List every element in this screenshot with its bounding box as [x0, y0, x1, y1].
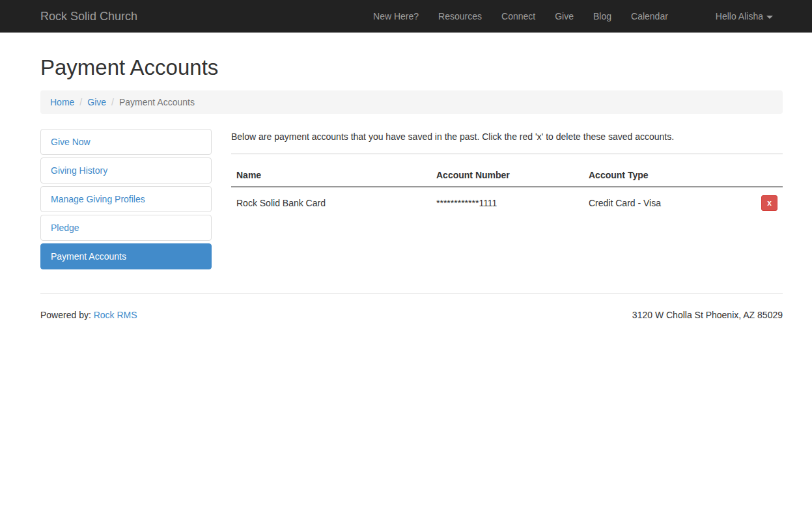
column-header-account-type: Account Type — [583, 164, 742, 187]
sidebar-item-give-now[interactable]: Give Now — [40, 129, 212, 155]
breadcrumb-home[interactable]: Home — [50, 97, 74, 107]
giving-side-menu: Give Now Giving History Manage Giving Pr… — [40, 129, 212, 272]
sidebar-item-manage-giving-profiles[interactable]: Manage Giving Profiles — [40, 186, 212, 212]
user-menu-toggle[interactable]: Hello Alisha — [706, 0, 783, 33]
x-icon: x — [767, 199, 772, 207]
nav-item-resources[interactable]: Resources — [428, 0, 492, 33]
nav-item-new-here[interactable]: New Here? — [363, 0, 428, 33]
caret-down-icon — [766, 16, 773, 19]
nav-item-calendar[interactable]: Calendar — [621, 0, 678, 33]
sidebar-item-payment-accounts[interactable]: Payment Accounts — [40, 243, 212, 269]
breadcrumb-current: Payment Accounts — [119, 97, 195, 107]
sidebar-item-giving-history[interactable]: Giving History — [40, 157, 212, 184]
page-title: Payment Accounts — [40, 56, 783, 79]
sidebar-item-pledge[interactable]: Pledge — [40, 215, 212, 241]
nav-item-give[interactable]: Give — [545, 0, 583, 33]
payment-accounts-table: Name Account Number Account Type Rock So… — [231, 164, 783, 219]
top-navbar: Rock Solid Church New Here? Resources Co… — [0, 0, 812, 33]
divider — [231, 154, 783, 154]
content-row: Give Now Giving History Manage Giving Pr… — [40, 129, 783, 272]
breadcrumb: Home / Give / Payment Accounts — [40, 90, 783, 114]
breadcrumb-give[interactable]: Give — [87, 97, 106, 107]
column-header-account-number: Account Number — [431, 164, 583, 187]
page-footer: Powered by: Rock RMS 3120 W Cholla St Ph… — [40, 308, 783, 321]
delete-account-button[interactable]: x — [761, 195, 777, 211]
column-header-actions — [742, 164, 783, 187]
breadcrumb-separator: / — [106, 97, 119, 107]
page-description: Below are payment accounts that you have… — [231, 130, 783, 143]
column-header-name: Name — [231, 164, 431, 187]
account-name-cell: Rock Solid Bank Card — [231, 187, 431, 219]
account-number-cell: ************1111 — [431, 187, 583, 219]
account-actions-cell: x — [742, 187, 783, 219]
table-header-row: Name Account Number Account Type — [231, 164, 783, 187]
main-nav: New Here? Resources Connect Give Blog Ca… — [363, 0, 783, 33]
breadcrumb-separator: / — [74, 97, 87, 107]
rock-rms-link[interactable]: Rock RMS — [94, 310, 137, 320]
brand-link[interactable]: Rock Solid Church — [40, 0, 137, 33]
powered-by: Powered by: Rock RMS — [40, 308, 137, 321]
user-menu-label: Hello Alisha — [716, 11, 763, 21]
footer-divider — [40, 293, 783, 294]
table-row: Rock Solid Bank Card ************1111 Cr… — [231, 187, 783, 219]
powered-by-label: Powered by: — [40, 310, 91, 320]
account-type-cell: Credit Card - Visa — [583, 187, 742, 219]
church-address: 3120 W Cholla St Phoenix, AZ 85029 — [632, 308, 783, 321]
main-content: Below are payment accounts that you have… — [231, 129, 783, 272]
nav-item-blog[interactable]: Blog — [583, 0, 621, 33]
nav-item-connect[interactable]: Connect — [492, 0, 545, 33]
